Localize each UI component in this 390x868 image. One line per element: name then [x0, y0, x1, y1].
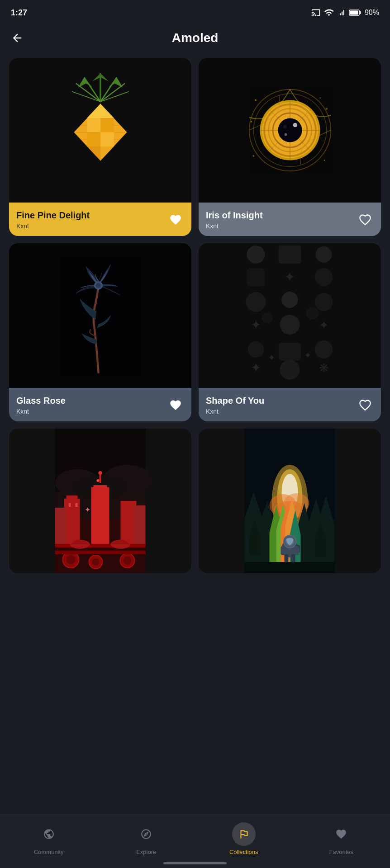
globe-icon — [43, 828, 55, 840]
city-svg: ✦ — [9, 429, 191, 573]
wallpaper-card-5[interactable]: ✦ — [9, 429, 191, 573]
rose-svg — [60, 248, 141, 383]
card-image-3 — [9, 243, 191, 388]
svg-point-57 — [96, 283, 101, 288]
svg-rect-55 — [60, 255, 141, 377]
signal-icon — [338, 9, 346, 17]
nav-label-explore: Explore — [136, 849, 156, 855]
heart-button-4[interactable] — [357, 396, 374, 414]
card-title-4: Shape Of You — [206, 395, 357, 406]
svg-rect-1 — [359, 11, 361, 14]
card-image-1 — [9, 58, 191, 203]
svg-point-92 — [97, 479, 100, 482]
svg-rect-99 — [76, 503, 78, 507]
svg-text:✦: ✦ — [85, 506, 90, 514]
nav-item-collections[interactable]: Collections — [226, 822, 262, 855]
svg-rect-97 — [134, 505, 146, 546]
svg-point-50 — [319, 97, 321, 99]
svg-text:✦: ✦ — [251, 318, 261, 332]
card-text-4: Shape Of You Kxnt — [206, 395, 357, 415]
svg-point-101 — [67, 555, 76, 564]
card-author-3: Kxnt — [16, 408, 167, 415]
svg-text:✦: ✦ — [251, 361, 261, 375]
card-image-4: ✦ ✦ ✦ ✦ ❋ ✦ — [199, 243, 381, 388]
svg-point-45 — [278, 118, 302, 142]
card-info-1: Fine Pine Delight Kxnt — [9, 203, 191, 236]
back-arrow-icon — [11, 32, 24, 44]
svg-point-69 — [280, 315, 300, 335]
wallpaper-card-2[interactable]: Iris of Insight Kxnt — [199, 58, 381, 236]
svg-point-48 — [284, 133, 287, 136]
nav-icon-wrap-community — [37, 822, 61, 846]
card-author-2: Kxnt — [206, 222, 357, 230]
nav-icon-wrap-collections — [232, 822, 256, 846]
home-indicator — [163, 862, 227, 864]
page-title: Amoled — [172, 31, 219, 45]
svg-rect-95 — [55, 508, 67, 546]
card-image-2 — [199, 58, 381, 203]
svg-rect-67 — [315, 293, 333, 311]
page-header: Amoled — [0, 24, 390, 54]
svg-rect-96 — [121, 501, 137, 546]
wallpaper-card-1[interactable]: Fine Pine Delight Kxnt — [9, 58, 191, 236]
mountain-icon — [238, 828, 250, 840]
status-time: 1:27 — [11, 8, 27, 18]
svg-point-59 — [247, 245, 265, 264]
shapes-svg: ✦ ✦ ✦ ✦ ❋ ✦ — [199, 243, 381, 388]
svg-marker-20 — [87, 104, 114, 118]
svg-text:✦: ✦ — [304, 350, 312, 360]
svg-point-71 — [248, 341, 264, 358]
wifi-icon — [324, 8, 334, 18]
svg-rect-90 — [100, 474, 101, 483]
svg-marker-21 — [100, 118, 114, 132]
rose-illustration — [9, 243, 191, 388]
card-info-2: Iris of Insight Kxnt — [199, 203, 381, 236]
heart-icon-3 — [169, 399, 182, 411]
card-text-1: Fine Pine Delight Kxnt — [16, 210, 167, 230]
card-text-3: Glass Rose Kxnt — [16, 395, 167, 415]
svg-point-51 — [252, 155, 254, 157]
svg-rect-72 — [279, 343, 301, 361]
svg-line-9 — [100, 92, 129, 102]
pineapple-illustration — [9, 58, 191, 203]
status-icons: 90% — [311, 8, 379, 18]
svg-point-91 — [99, 471, 102, 475]
svg-point-54 — [250, 121, 252, 123]
svg-rect-136 — [281, 546, 285, 555]
bottom-nav: Community Explore Collections Favorites — [0, 815, 390, 868]
card-title-1: Fine Pine Delight — [16, 210, 167, 221]
svg-point-103 — [92, 558, 100, 566]
nav-item-explore[interactable]: Explore — [128, 822, 164, 855]
wallpaper-card-3[interactable]: Glass Rose Kxnt — [9, 243, 191, 421]
card-info-4: Shape Of You Kxnt — [199, 388, 381, 421]
nav-item-favorites[interactable]: Favorites — [323, 822, 359, 855]
svg-rect-2 — [350, 11, 358, 15]
svg-text:✦: ✦ — [284, 269, 295, 284]
svg-point-77 — [262, 312, 273, 323]
battery-percent: 90% — [365, 9, 379, 17]
heart-button-1[interactable] — [167, 211, 184, 228]
wallpaper-card-6[interactable] — [199, 429, 381, 573]
svg-rect-106 — [55, 544, 146, 547]
heart-button-2[interactable] — [357, 211, 374, 228]
card-author-4: Kxnt — [206, 408, 357, 415]
svg-text:❋: ❋ — [319, 361, 329, 375]
svg-point-64 — [315, 268, 333, 286]
battery-icon — [349, 9, 361, 17]
svg-point-73 — [315, 340, 333, 359]
eye-svg — [247, 65, 333, 196]
svg-point-66 — [282, 292, 298, 308]
nav-item-community[interactable]: Community — [31, 822, 67, 855]
card-image-5: ✦ — [9, 429, 191, 573]
svg-point-75 — [280, 360, 300, 380]
wallpaper-card-4[interactable]: ✦ ✦ ✦ ✦ ❋ ✦ — [199, 243, 381, 421]
pineapple-svg — [60, 67, 141, 193]
nav-label-collections: Collections — [229, 849, 258, 855]
svg-marker-11 — [78, 77, 92, 88]
svg-rect-60 — [279, 245, 301, 264]
heart-button-3[interactable] — [167, 396, 184, 414]
svg-marker-23 — [87, 118, 100, 132]
svg-point-78 — [306, 307, 319, 320]
svg-marker-22 — [100, 132, 114, 147]
back-button[interactable] — [11, 32, 24, 44]
